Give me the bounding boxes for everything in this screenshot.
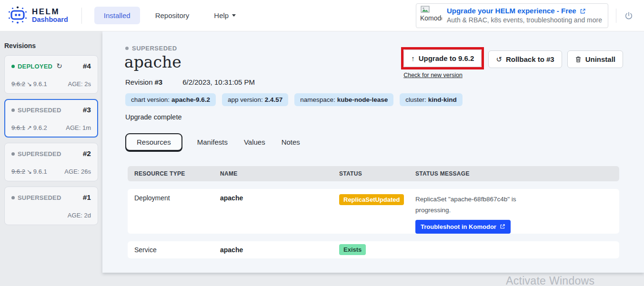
- chip-value: 2.4.57: [265, 96, 283, 103]
- tab-values[interactable]: Values: [236, 134, 273, 150]
- metadata-chip: cluster:kind-kind: [400, 93, 463, 106]
- trash-icon: [575, 56, 582, 63]
- revision-age: AGE: 1m: [66, 124, 91, 131]
- navbar-divider: [81, 8, 82, 24]
- column-header: NAME: [213, 170, 332, 177]
- revision-status-text: SUPERSEDED: [18, 194, 61, 201]
- revision-status: SUPERSEDED: [11, 150, 61, 158]
- navbar-right: Komodor Upgrade your HELM experience - F…: [416, 3, 636, 28]
- troubleshoot-label: Troubleshoot in Komodor: [421, 223, 496, 230]
- revisions-heading: Revisions: [4, 42, 102, 49]
- resource-status-cell: Exists: [332, 244, 409, 255]
- old-version: 9.6.1: [11, 124, 25, 131]
- rollback-icon: ↺: [496, 55, 502, 64]
- nav-item-help[interactable]: Help: [204, 7, 245, 24]
- activate-windows-watermark: Activate Windows: [506, 275, 594, 286]
- column-header: STATUS: [332, 170, 409, 177]
- release-status-note: Upgrade complete: [125, 113, 182, 121]
- redeploy-icon[interactable]: ↻: [56, 62, 62, 70]
- revision-status: SUPERSEDED: [11, 107, 61, 114]
- resource-status-cell: ReplicaSetUpdated: [332, 194, 409, 205]
- revision-number: #4: [83, 62, 91, 70]
- rollback-button[interactable]: ↺ Rollback to #3: [488, 50, 562, 68]
- troubleshoot-button[interactable]: Troubleshoot in Komodor: [415, 220, 511, 234]
- metadata-chip: chart version:apache-9.6.2: [125, 93, 216, 106]
- status-dot-icon: [11, 65, 15, 68]
- column-header: RESOURCE TYPE: [128, 170, 213, 177]
- revision-number: #3: [155, 78, 163, 86]
- table-row: ServiceapacheExists: [128, 241, 619, 258]
- komodor-promo-banner: Komodor Upgrade your HELM experience - F…: [416, 3, 608, 28]
- metadata-chip: app version:2.4.57: [222, 93, 288, 106]
- promo-upgrade-link[interactable]: Upgrade your HELM experience - Free: [447, 6, 602, 16]
- resource-name-cell: apache: [213, 246, 332, 254]
- release-status-text: SUPERSEDED: [132, 45, 177, 52]
- uninstall-button[interactable]: Uninstall: [567, 50, 623, 68]
- resource-type-cell: Service: [128, 246, 213, 254]
- promo-subtitle: Auth & RBAC, k8s events, troubleshooting…: [447, 16, 602, 25]
- release-chips: chart version:apache-9.6.2app version:2.…: [125, 93, 463, 106]
- revision-card[interactable]: DEPLOYED↻#49.6.2↘9.6.1AGE: 2s: [4, 55, 98, 94]
- table-body: DeploymentapacheReplicaSetUpdatedReplica…: [128, 189, 619, 258]
- nav-items: InstalledRepositoryHelp: [94, 7, 245, 24]
- revision-card[interactable]: SUPERSEDED#29.6.2↘9.6.1AGE: 26s: [4, 143, 98, 181]
- revision-status-text: DEPLOYED: [18, 63, 52, 70]
- tab-notes[interactable]: Notes: [273, 134, 308, 150]
- revision-versions: 9.6.1↗9.6.2: [11, 124, 47, 131]
- revision-card[interactable]: SUPERSEDED#1AGE: 2d: [4, 187, 98, 225]
- helm-dashboard-screen: HELM Dashboard InstalledRepositoryHelp K…: [0, 0, 644, 286]
- status-badge: ReplicaSetUpdated: [339, 194, 404, 205]
- revisions-sidebar: Revisions DEPLOYED↻#49.6.2↘9.6.1AGE: 2sS…: [0, 31, 102, 286]
- old-version: 9.6.2: [11, 168, 25, 175]
- tab-manifests[interactable]: Manifests: [189, 134, 236, 150]
- revision-list: DEPLOYED↻#49.6.2↘9.6.1AGE: 2sSUPERSEDED#…: [0, 55, 102, 225]
- brand-title: HELM: [32, 8, 68, 16]
- status-dot-icon: [11, 196, 15, 199]
- komodor-broken-image: Komodor: [420, 5, 442, 26]
- revision-status-text: SUPERSEDED: [18, 150, 61, 158]
- revision-number: #2: [83, 149, 91, 158]
- chip-label: chart version:: [131, 96, 170, 103]
- arrow-up-icon: ↗: [27, 124, 32, 131]
- release-title: apache: [124, 53, 181, 71]
- resource-name-cell: apache: [213, 194, 332, 202]
- status-message-text: ReplicaSet "apache-68fb867c4b" is progre…: [415, 194, 532, 216]
- top-navbar: HELM Dashboard InstalledRepositoryHelp K…: [0, 0, 644, 31]
- status-badge: Exists: [339, 244, 366, 255]
- tab-resources[interactable]: Resources: [125, 133, 182, 151]
- chip-label: app version:: [228, 96, 263, 103]
- resource-type-cell: Deployment: [128, 194, 213, 202]
- promo-title-text: Upgrade your HELM experience - Free: [447, 6, 576, 16]
- column-header: STATUS MESSAGE: [409, 170, 619, 177]
- komodor-image-alt-text: Komodor: [420, 14, 442, 22]
- release-detail-panel: SUPERSEDED apache Revision#3 6/2/2023, 1…: [102, 31, 644, 273]
- release-status-badge: SUPERSEDED: [125, 45, 177, 52]
- check-new-version-link[interactable]: Check for new version: [403, 72, 483, 79]
- external-link-icon: [580, 8, 586, 14]
- table-row: DeploymentapacheReplicaSetUpdatedReplica…: [128, 189, 619, 234]
- metadata-chip: namespace:kube-node-lease: [294, 93, 393, 106]
- arrow-down-icon: ↘: [27, 80, 32, 88]
- status-dot-icon: [125, 47, 129, 50]
- brand-logo[interactable]: HELM Dashboard: [8, 5, 68, 26]
- revision-versions: 9.6.2↘9.6.1: [11, 168, 47, 175]
- status-dot-icon: [11, 152, 15, 156]
- revision-status: SUPERSEDED: [11, 194, 61, 201]
- shutdown-button[interactable]: [624, 10, 636, 21]
- upgrade-button[interactable]: ↑ Upgrade to 9.6.2: [403, 49, 482, 67]
- revision-card[interactable]: SUPERSEDED#39.6.1↗9.6.2AGE: 1m: [4, 99, 98, 138]
- revision-number: #1: [83, 193, 91, 202]
- status-message-cell: ReplicaSet "apache-68fb867c4b" is progre…: [409, 194, 619, 234]
- nav-item-repository[interactable]: Repository: [146, 7, 199, 24]
- nav-item-installed[interactable]: Installed: [94, 7, 140, 24]
- resources-table: RESOURCE TYPENAMESTATUSSTATUS MESSAGE De…: [128, 166, 619, 258]
- status-dot-icon: [11, 108, 15, 112]
- release-tabs: ResourcesManifestsValuesNotes: [125, 133, 308, 151]
- chip-label: namespace:: [300, 96, 335, 103]
- annotation-highlight-box: ↑ Upgrade to 9.6.2: [401, 47, 484, 69]
- release-meta: Revision#3 6/2/2023, 10:31:05 PM: [125, 78, 255, 86]
- helm-robot-icon: [8, 5, 28, 26]
- revision-number: #3: [83, 106, 91, 114]
- chip-label: cluster:: [405, 96, 426, 103]
- new-version: 9.6.1: [33, 80, 47, 88]
